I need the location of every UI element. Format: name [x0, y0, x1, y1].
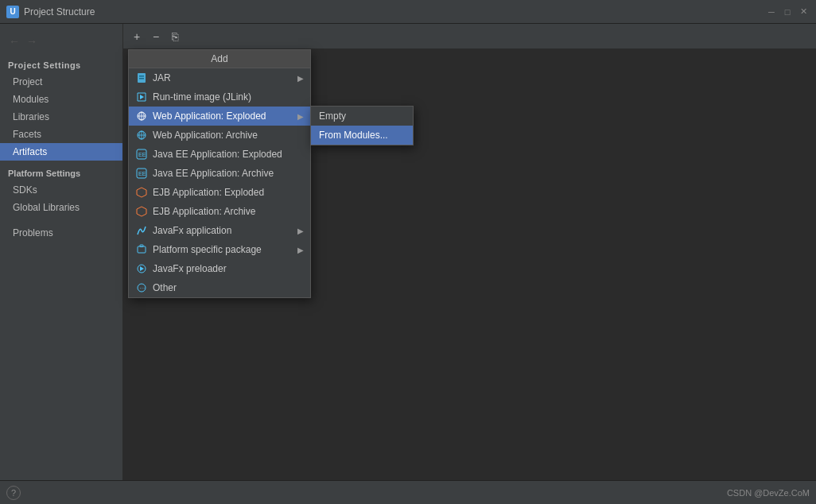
menu-item-javaee-archive[interactable]: EE Java EE Application: Archive — [129, 164, 310, 183]
maximize-button[interactable]: □ — [781, 6, 794, 18]
javafx-arrow-icon: ▶ — [297, 227, 304, 235]
menu-item-ejb-archive[interactable]: EJB Application: Archive — [129, 202, 310, 221]
status-text: CSDN @DevZe.CoM — [727, 488, 810, 498]
help-button[interactable]: ? — [6, 486, 21, 500]
runtime-icon — [135, 91, 148, 103]
menu-item-other[interactable]: ··· Other — [129, 278, 310, 297]
javaee-exploded-icon: EE — [135, 148, 148, 161]
status-bar: ? CSDN @DevZe.CoM — [0, 480, 816, 504]
menu-item-javafx-preloader[interactable]: JavaFx preloader — [129, 259, 310, 278]
window-controls: ─ □ ✕ — [765, 6, 810, 18]
menu-header: Add — [129, 50, 310, 68]
svg-text:EE: EE — [138, 171, 146, 176]
sidebar-item-libraries[interactable]: Libraries — [0, 108, 122, 126]
svg-text:···: ··· — [140, 285, 146, 292]
platform-pkg-icon — [135, 243, 148, 256]
nav-buttons: ← → — [0, 30, 122, 56]
platform-settings-header: Platform Settings — [0, 161, 122, 181]
copy-button[interactable]: ⎘ — [166, 28, 184, 45]
content-area: + − ⎘ Add JAR ▶ — [123, 24, 816, 480]
svg-rect-1 — [139, 76, 144, 77]
sidebar: ← → Project Settings Project Modules Lib… — [0, 24, 123, 480]
add-button[interactable]: + — [128, 28, 146, 45]
svg-marker-4 — [140, 95, 144, 99]
sidebar-item-facets[interactable]: Facets — [0, 126, 122, 143]
svg-rect-17 — [138, 246, 146, 253]
platform-pkg-arrow-icon: ▶ — [297, 246, 304, 254]
close-button[interactable]: ✕ — [797, 6, 810, 18]
menu-item-jar[interactable]: JAR ▶ — [129, 68, 310, 87]
menu-item-web-exploded[interactable]: Web Application: Exploded ▶ Empty From M… — [129, 107, 310, 126]
web-exploded-submenu: Empty From Modules... — [310, 106, 414, 145]
menu-item-ejb-exploded[interactable]: EJB Application: Exploded — [129, 183, 310, 202]
svg-rect-2 — [139, 78, 144, 79]
ejb-exploded-icon — [135, 186, 148, 199]
minimize-button[interactable]: ─ — [765, 6, 778, 18]
other-icon: ··· — [135, 281, 148, 294]
web-exploded-icon — [135, 110, 148, 122]
forward-button[interactable]: → — [24, 33, 40, 49]
ejb-archive-icon — [135, 205, 148, 218]
submenu-item-empty[interactable]: Empty — [311, 107, 413, 126]
app-icon: U — [6, 6, 19, 18]
menu-item-platform-pkg[interactable]: Platform specific package ▶ — [129, 240, 310, 259]
svg-text:EE: EE — [138, 152, 146, 157]
sidebar-item-problems[interactable]: Problems — [0, 224, 122, 242]
main-layout: ← → Project Settings Project Modules Lib… — [0, 24, 816, 480]
jar-arrow-icon: ▶ — [297, 74, 304, 83]
add-dropdown-menu: Add JAR ▶ — [128, 49, 311, 298]
menu-item-web-archive[interactable]: Web Application: Archive — [129, 126, 310, 145]
web-exploded-arrow-icon: ▶ — [297, 112, 304, 121]
javaee-archive-icon: EE — [135, 167, 148, 180]
jar-icon — [135, 72, 148, 84]
remove-button[interactable]: − — [147, 28, 165, 45]
javafx-app-icon — [135, 224, 148, 237]
sidebar-item-project[interactable]: Project — [0, 73, 122, 91]
menu-item-runtime-image[interactable]: Run-time image (JLink) — [129, 87, 310, 107]
javafx-preloader-icon — [135, 262, 148, 275]
sidebar-item-global-libraries[interactable]: Global Libraries — [0, 199, 122, 216]
submenu-item-from-modules[interactable]: From Modules... — [311, 126, 413, 145]
sidebar-item-modules[interactable]: Modules — [0, 91, 122, 108]
toolbar: + − ⎘ — [123, 24, 816, 49]
sidebar-item-sdks[interactable]: SDKs — [0, 181, 122, 199]
web-archive-icon — [135, 129, 148, 142]
sidebar-item-artifacts[interactable]: Artifacts — [0, 143, 122, 161]
menu-item-javafx-app[interactable]: JavaFx application ▶ — [129, 221, 310, 240]
back-button[interactable]: ← — [6, 33, 22, 49]
project-settings-header: Project Settings — [0, 56, 122, 73]
window-title: Project Structure — [24, 6, 765, 17]
menu-item-javaee-exploded[interactable]: EE Java EE Application: Exploded — [129, 145, 310, 164]
title-bar: U Project Structure ─ □ ✕ — [0, 0, 816, 24]
svg-rect-18 — [140, 245, 143, 247]
